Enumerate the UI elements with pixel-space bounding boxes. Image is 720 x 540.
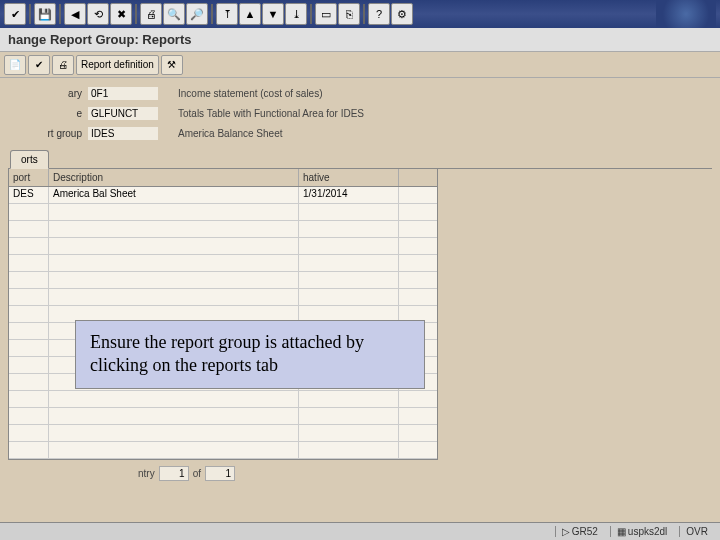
table-row[interactable] [9,272,437,289]
form-row-report-group: rt group IDES America Balance Sheet [8,124,712,142]
field-description: Totals Table with Functional Area for ID… [158,108,712,119]
field-description: America Balance Sheet [158,128,712,139]
table-cell[interactable]: America Bal Sheet [49,187,299,203]
status-tcode: ▷ GR52 [555,526,604,537]
app-toolbar: 📄 ✔ 🖨 Report definition ⚒ [0,52,720,78]
table-cell[interactable] [49,391,299,407]
tab-strip: orts [8,150,712,169]
col-native[interactable]: hative [299,169,399,186]
table-cell[interactable] [49,289,299,305]
check-icon[interactable]: ✔ [4,3,26,25]
table-row[interactable] [9,238,437,255]
table-row[interactable]: DESAmerica Bal Sheet1/31/2014 [9,187,437,204]
table-cell[interactable] [9,391,49,407]
table-cell[interactable] [49,408,299,424]
back-icon[interactable]: ◀ [64,3,86,25]
table-cell[interactable] [9,340,49,356]
table-cell[interactable] [9,306,49,322]
table-cell[interactable] [299,408,399,424]
table-row[interactable] [9,425,437,442]
last-page-icon[interactable]: ⤓ [285,3,307,25]
first-page-icon[interactable]: ⤒ [216,3,238,25]
table-row[interactable] [9,204,437,221]
table-cell[interactable]: 1/31/2014 [299,187,399,203]
table-cell[interactable] [9,323,49,339]
form-row-table: e GLFUNCT Totals Table with Functional A… [8,104,712,122]
table-cell[interactable] [299,221,399,237]
status-mode: OVR [679,526,714,537]
layout-icon[interactable]: ⚙ [391,3,413,25]
prev-page-icon[interactable]: ▲ [239,3,261,25]
table-cell[interactable] [9,289,49,305]
settings-icon[interactable]: ⚒ [161,55,183,75]
exit-icon[interactable]: ⟲ [87,3,109,25]
field-value[interactable]: 0F1 [88,87,158,100]
find-next-icon[interactable]: 🔎 [186,3,208,25]
col-report[interactable]: port [9,169,49,186]
table-cell[interactable] [299,272,399,288]
table-cell[interactable] [299,391,399,407]
instruction-callout: Ensure the report group is attached by c… [75,320,425,389]
table-row[interactable] [9,408,437,425]
reports-grid: port Description hative DESAmerica Bal S… [8,169,438,460]
status-bar: ▷ GR52 ▦ uspks2dl OVR [0,522,720,540]
table-cell[interactable] [49,221,299,237]
table-row[interactable] [9,289,437,306]
next-page-icon[interactable]: ▼ [262,3,284,25]
help-icon[interactable]: ? [368,3,390,25]
table-cell[interactable] [299,204,399,220]
tab-reports[interactable]: orts [10,150,49,169]
field-value[interactable]: GLFUNCT [88,107,158,120]
pager-of-label: of [193,468,201,479]
table-cell[interactable] [299,442,399,458]
col-description[interactable]: Description [49,169,299,186]
table-cell[interactable] [49,238,299,254]
table-cell[interactable] [9,221,49,237]
table-cell[interactable] [299,255,399,271]
field-value[interactable]: IDES [88,127,158,140]
table-row[interactable] [9,391,437,408]
cancel-icon[interactable]: ✖ [110,3,132,25]
table-cell[interactable] [299,425,399,441]
table-cell[interactable] [299,289,399,305]
save-icon[interactable]: 💾 [34,3,56,25]
field-label: ary [8,88,88,99]
table-row[interactable] [9,221,437,238]
field-description: Income statement (cost of sales) [158,88,712,99]
table-cell[interactable] [49,442,299,458]
pager-entry-value[interactable]: 1 [159,466,189,481]
table-cell[interactable] [9,442,49,458]
find-icon[interactable]: 🔍 [163,3,185,25]
new-session-icon[interactable]: ▭ [315,3,337,25]
table-cell[interactable] [49,255,299,271]
table-cell[interactable] [49,272,299,288]
table-row[interactable] [9,255,437,272]
sap-logo-swirl [656,0,716,28]
field-label: e [8,108,88,119]
shortcut-icon[interactable]: ⎘ [338,3,360,25]
table-cell[interactable]: DES [9,187,49,203]
print-icon[interactable]: 🖨 [140,3,162,25]
grid-header: port Description hative [9,169,437,187]
table-cell[interactable] [9,272,49,288]
print-icon[interactable]: 🖨 [52,55,74,75]
table-cell[interactable] [49,425,299,441]
table-cell[interactable] [9,255,49,271]
display-change-icon[interactable]: 📄 [4,55,26,75]
report-definition-button[interactable]: Report definition [76,55,159,75]
pager-entry-label: ntry [138,468,155,479]
pager-of-value: 1 [205,466,235,481]
table-cell[interactable] [9,238,49,254]
separator [135,4,137,24]
table-cell[interactable] [9,374,49,390]
table-cell[interactable] [9,408,49,424]
pager: ntry 1 of 1 [8,464,712,483]
table-row[interactable] [9,442,437,459]
separator [211,4,213,24]
table-cell[interactable] [9,357,49,373]
check-icon[interactable]: ✔ [28,55,50,75]
table-cell[interactable] [9,204,49,220]
table-cell[interactable] [299,238,399,254]
table-cell[interactable] [9,425,49,441]
table-cell[interactable] [49,204,299,220]
